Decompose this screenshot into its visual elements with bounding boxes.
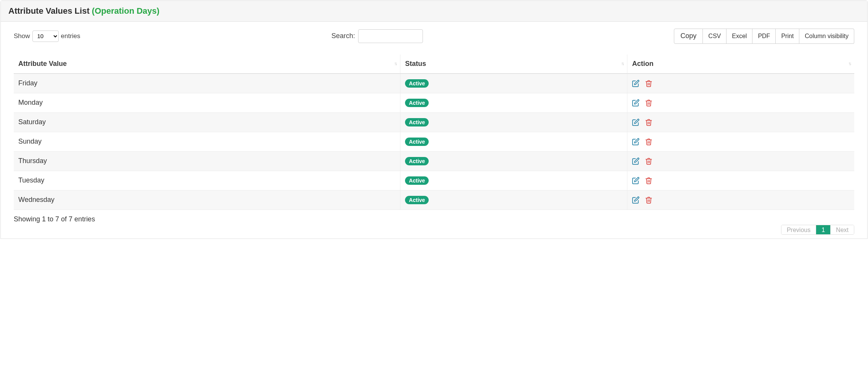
table-row: TuesdayActive [14, 171, 854, 190]
cell-action [627, 93, 854, 112]
print-button[interactable]: Print [776, 29, 799, 44]
pagination-previous[interactable]: Previous [781, 225, 816, 234]
edit-icon[interactable] [632, 157, 640, 165]
cell-action [627, 151, 854, 171]
trash-icon[interactable] [645, 196, 653, 204]
cell-attribute-value: Thursday [14, 151, 400, 171]
show-label: Show [14, 32, 30, 40]
cell-status: Active [400, 132, 627, 151]
sort-icon: ↑↓ [848, 61, 850, 66]
trash-icon[interactable] [645, 177, 653, 184]
status-badge: Active [405, 157, 429, 165]
page-title: Attribute Values List (Operation Days) [8, 6, 860, 16]
cell-action [627, 171, 854, 190]
panel-body: Show 10 entries Search: Copy CSV Excel P… [1, 22, 867, 239]
pdf-button[interactable]: PDF [752, 29, 776, 44]
table-info: Showing 1 to 7 of 7 entries [14, 215, 854, 223]
cell-attribute-value: Monday [14, 93, 400, 112]
page-length-select[interactable]: 10 [32, 30, 59, 42]
table-row: MondayActive [14, 93, 854, 112]
cell-status: Active [400, 74, 627, 93]
table-row: FridayActive [14, 74, 854, 93]
status-badge: Active [405, 118, 429, 126]
excel-button[interactable]: Excel [727, 29, 752, 44]
table-controls: Show 10 entries Search: Copy CSV Excel P… [14, 29, 854, 44]
edit-icon[interactable] [632, 118, 640, 126]
panel-header: Attribute Values List (Operation Days) [1, 1, 867, 22]
search-label: Search: [331, 32, 355, 40]
trash-icon[interactable] [645, 118, 653, 126]
table-row: WednesdayActive [14, 190, 854, 210]
cell-status: Active [400, 171, 627, 190]
cell-attribute-value: Wednesday [14, 190, 400, 210]
cell-status: Active [400, 190, 627, 210]
cell-status: Active [400, 151, 627, 171]
attribute-values-panel: Attribute Values List (Operation Days) S… [0, 0, 868, 239]
csv-button[interactable]: CSV [703, 29, 727, 44]
column-header-status[interactable]: Status ↑↓ [400, 54, 627, 74]
title-subject: (Operation Days) [92, 6, 159, 16]
cell-attribute-value: Tuesday [14, 171, 400, 190]
trash-icon[interactable] [645, 99, 653, 107]
attribute-values-table: Attribute Value ↑↓ Status ↑↓ Action ↑↓ F… [14, 54, 854, 210]
sort-icon: ↑↓ [394, 61, 396, 66]
entries-label: entries [61, 32, 80, 40]
cell-action [627, 112, 854, 132]
table-row: SaturdayActive [14, 112, 854, 132]
column-header-action[interactable]: Action ↑↓ [627, 54, 854, 74]
trash-icon[interactable] [645, 138, 653, 146]
status-badge: Active [405, 79, 429, 88]
pagination-page-1[interactable]: 1 [816, 225, 830, 234]
copy-button[interactable]: Copy [674, 29, 703, 44]
cell-action [627, 190, 854, 210]
search-input[interactable] [358, 29, 423, 43]
pagination-next[interactable]: Next [830, 225, 854, 234]
edit-icon[interactable] [632, 138, 640, 146]
cell-status: Active [400, 93, 627, 112]
search-control: Search: [331, 29, 423, 43]
table-row: ThursdayActive [14, 151, 854, 171]
table-row: SundayActive [14, 132, 854, 151]
title-text: Attribute Values List [8, 6, 90, 16]
edit-icon[interactable] [632, 196, 640, 204]
trash-icon[interactable] [645, 80, 653, 87]
cell-action [627, 132, 854, 151]
edit-icon[interactable] [632, 177, 640, 184]
export-buttons: Copy CSV Excel PDF Print Column visibili… [674, 29, 854, 44]
column-header-attribute-value[interactable]: Attribute Value ↑↓ [14, 54, 400, 74]
status-badge: Active [405, 138, 429, 146]
cell-attribute-value: Friday [14, 74, 400, 93]
sort-icon: ↑↓ [621, 61, 623, 66]
length-control: Show 10 entries [14, 30, 80, 42]
status-badge: Active [405, 99, 429, 107]
trash-icon[interactable] [645, 157, 653, 165]
edit-icon[interactable] [632, 80, 640, 87]
cell-attribute-value: Saturday [14, 112, 400, 132]
cell-action [627, 74, 854, 93]
pagination: Previous 1 Next [14, 225, 854, 235]
column-visibility-button[interactable]: Column visibility [799, 29, 854, 44]
status-badge: Active [405, 176, 429, 185]
cell-attribute-value: Sunday [14, 132, 400, 151]
edit-icon[interactable] [632, 99, 640, 107]
cell-status: Active [400, 112, 627, 132]
status-badge: Active [405, 196, 429, 204]
